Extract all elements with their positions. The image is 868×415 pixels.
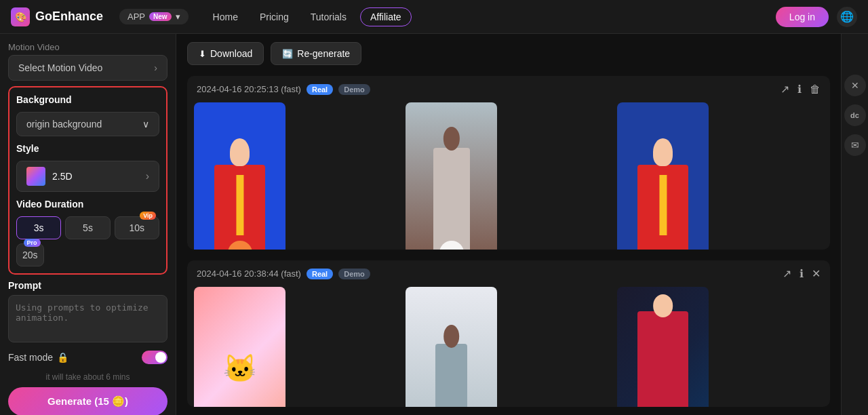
duration-10s-button[interactable]: Vip 10s bbox=[115, 216, 159, 239]
gallery-meta-1: 2024-04-16 20:25:13 (fast) Real Demo bbox=[197, 84, 370, 95]
joker-head-2 bbox=[653, 138, 673, 166]
top-action-row: ⬇ Download 🔄 Re-generate bbox=[187, 42, 830, 65]
style-selector[interactable]: 2.5D › bbox=[16, 161, 159, 192]
motion-video-section: Motion Video Select Motion Video › bbox=[8, 42, 167, 81]
info-icon-1[interactable]: ℹ bbox=[797, 83, 802, 96]
gallery-timestamp-2: 2024-04-16 20:38:44 (fast) bbox=[197, 269, 301, 279]
video-thumb-2a[interactable]: 🐱 bbox=[194, 287, 285, 407]
gallery-header-2: 2024-04-16 20:38:44 (fast) Real Demo ↗ ℹ… bbox=[187, 260, 830, 287]
main-content: Motion Video Select Motion Video › Backg… bbox=[0, 34, 868, 415]
background-section: Background origin background ∨ Style 2.5… bbox=[8, 86, 167, 275]
nav-tutorials[interactable]: Tutorials bbox=[302, 7, 355, 26]
video-thumb-2c[interactable] bbox=[617, 287, 709, 407]
joker-body-1 bbox=[214, 138, 264, 250]
discord-icon[interactable]: dc bbox=[844, 104, 866, 126]
video-thumb-1c[interactable] bbox=[617, 102, 709, 250]
gallery-meta-2: 2024-04-16 20:38:44 (fast) Real Demo bbox=[197, 269, 370, 279]
dark-video-thumb bbox=[617, 287, 709, 407]
gallery-timestamp-1: 2024-04-16 20:25:13 (fast) bbox=[197, 84, 301, 94]
gallery-header-1: 2024-04-16 20:25:13 (fast) Real Demo ↗ ℹ… bbox=[187, 76, 830, 102]
background-select[interactable]: origin background ∨ bbox=[16, 112, 159, 136]
person-indoor-head bbox=[443, 325, 460, 348]
cat-video-thumb: 🐱 bbox=[194, 287, 285, 407]
gallery-item-2: 2024-04-16 20:38:44 (fast) Real Demo ↗ ℹ… bbox=[187, 260, 830, 407]
logo-icon: 🎨 bbox=[11, 7, 30, 26]
dark-figure bbox=[637, 311, 688, 407]
person-indoor-thumb bbox=[406, 287, 497, 407]
joker-video-1: ▶ bbox=[194, 102, 285, 250]
login-button[interactable]: Log in bbox=[776, 7, 829, 27]
chevron-down-icon: ▾ bbox=[176, 12, 180, 22]
app-dropdown[interactable]: APP New ▾ bbox=[119, 9, 189, 24]
brand-logo[interactable]: 🎨 GoEnhance bbox=[11, 7, 103, 26]
badge-real-1: Real bbox=[307, 84, 333, 95]
video-thumb-2b[interactable] bbox=[406, 287, 497, 407]
share-icon-1[interactable]: ↗ bbox=[781, 83, 789, 96]
gallery-item-1: 2024-04-16 20:25:13 (fast) Real Demo ↗ ℹ… bbox=[187, 76, 830, 250]
gallery-actions-1: ↗ ℹ 🗑 bbox=[781, 83, 821, 96]
dark-figure-head bbox=[653, 294, 673, 317]
vip-badge: Vip bbox=[140, 212, 156, 220]
generate-button[interactable]: Generate (15 🪙) bbox=[8, 387, 167, 415]
new-badge: New bbox=[149, 12, 172, 21]
joker-head-1 bbox=[230, 138, 250, 166]
style-thumbnail bbox=[26, 167, 45, 186]
video-thumb-1b[interactable]: ▶ bbox=[406, 102, 497, 250]
nav-home[interactable]: Home bbox=[205, 7, 246, 26]
lock-icon: 🔒 bbox=[57, 352, 68, 363]
joker-suit-2 bbox=[637, 165, 688, 250]
nav-affiliate[interactable]: Affiliate bbox=[360, 7, 412, 26]
style-label: Style bbox=[16, 143, 159, 154]
email-symbol: ✉ bbox=[851, 140, 859, 151]
pro-badge: Pro bbox=[24, 239, 41, 247]
person-body-1 bbox=[433, 148, 470, 250]
download-icon: ⬇ bbox=[199, 49, 206, 59]
info-icon-2[interactable]: ℹ bbox=[800, 267, 804, 280]
duration-5s-button[interactable]: 5s bbox=[65, 216, 110, 239]
globe-icon[interactable]: 🌐 bbox=[837, 7, 857, 27]
style-name: 2.5D bbox=[52, 171, 146, 182]
badge-demo-1: Demo bbox=[338, 84, 370, 95]
nav-right: Log in 🌐 bbox=[776, 7, 857, 27]
motion-video-label: Motion Video bbox=[8, 42, 167, 52]
video-thumb-1a[interactable]: ▶ bbox=[194, 102, 285, 250]
discord-symbol: dc bbox=[850, 111, 859, 119]
style-chevron-icon: › bbox=[146, 170, 149, 182]
nav-pricing[interactable]: Pricing bbox=[252, 7, 297, 26]
duration-3s-button[interactable]: 3s bbox=[16, 216, 61, 239]
gallery-actions-2: ↗ ℹ ✕ bbox=[783, 267, 821, 280]
cat-emoji: 🐱 bbox=[223, 353, 257, 384]
delete-icon-1[interactable]: 🗑 bbox=[810, 83, 821, 96]
app-label: APP bbox=[127, 12, 145, 22]
person-indoor-body bbox=[435, 344, 467, 407]
badge-demo-2: Demo bbox=[338, 269, 370, 279]
joker-video-2 bbox=[617, 102, 709, 250]
prompt-input[interactable] bbox=[8, 295, 167, 342]
video-grid-2: 🐱 bbox=[187, 287, 830, 407]
select-motion-text: Select Motion Video bbox=[18, 62, 102, 73]
top-regenerate-button[interactable]: 🔄 Re-generate bbox=[271, 42, 361, 65]
duration-grid: 3s 5s Vip 10s bbox=[16, 216, 159, 239]
info-text: it will take about 6 mins bbox=[8, 372, 167, 382]
sidebar: Motion Video Select Motion Video › Backg… bbox=[0, 34, 176, 415]
duration-row-bottom: Pro 20s bbox=[16, 243, 159, 266]
brand-name: GoEnhance bbox=[35, 9, 103, 24]
fast-mode-toggle[interactable] bbox=[142, 351, 167, 364]
email-icon[interactable]: ✉ bbox=[844, 134, 866, 156]
duration-20s-button[interactable]: Pro 20s bbox=[16, 243, 44, 266]
prompt-label: Prompt bbox=[8, 280, 167, 291]
bg-option-text: origin background bbox=[26, 119, 102, 130]
chevron-right-icon: › bbox=[154, 62, 157, 73]
background-label: Background bbox=[16, 94, 159, 105]
select-motion-button[interactable]: Select Motion Video › bbox=[8, 55, 167, 81]
regenerate-icon: 🔄 bbox=[282, 49, 293, 59]
x-icon: ✕ bbox=[851, 80, 859, 91]
person-head-1 bbox=[443, 127, 459, 151]
fast-mode-label: Fast mode 🔒 bbox=[8, 352, 68, 363]
joker-suit-1 bbox=[214, 165, 264, 250]
share-icon-2[interactable]: ↗ bbox=[783, 267, 791, 280]
video-grid-1: ▶ ▶ bbox=[187, 102, 830, 250]
top-download-button[interactable]: ⬇ Download bbox=[187, 42, 264, 65]
close-icon-2[interactable]: ✕ bbox=[812, 267, 821, 280]
close-right-icon[interactable]: ✕ bbox=[844, 75, 866, 96]
